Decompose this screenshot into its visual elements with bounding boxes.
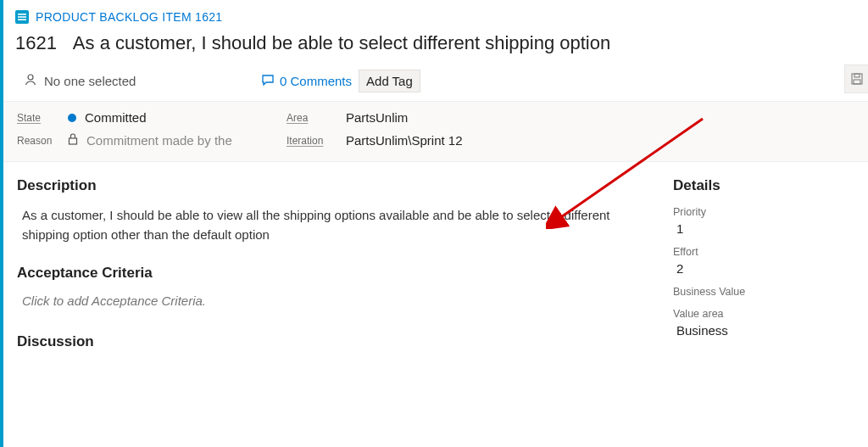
effort-field[interactable]: Effort 2 — [673, 246, 851, 276]
details-heading: Details — [673, 177, 851, 194]
work-item-type-header: PRODUCT BACKLOG ITEM 1621 — [0, 0, 868, 27]
description-text[interactable]: As a customer, I should be able to view … — [22, 206, 639, 244]
comments-link[interactable]: 0 Comments — [261, 73, 352, 89]
svg-rect-2 — [18, 16, 26, 18]
iteration-value: PartsUnlim\Sprint 12 — [346, 133, 463, 148]
priority-label: Priority — [673, 206, 851, 218]
work-item-title[interactable]: As a customer, I should be able to selec… — [73, 32, 610, 53]
state-value: Committed — [85, 110, 147, 125]
effort-label: Effort — [673, 246, 851, 258]
fields-row: State Committed Reason Commitment made b… — [0, 101, 868, 162]
svg-rect-7 — [854, 80, 860, 84]
area-value: PartsUnlim — [346, 110, 408, 125]
save-icon — [850, 72, 864, 86]
backlog-item-icon — [15, 10, 29, 24]
assignee-text: No one selected — [44, 74, 136, 88]
acceptance-placeholder[interactable]: Click to add Acceptance Criteria. — [22, 293, 639, 308]
iteration-field[interactable]: Iteration PartsUnlim\Sprint 12 — [287, 133, 463, 148]
svg-rect-3 — [18, 19, 26, 20]
area-field[interactable]: Area PartsUnlim — [287, 110, 463, 125]
person-icon — [24, 73, 37, 89]
value-area-value: Business — [673, 323, 851, 338]
work-item-type-label: PRODUCT BACKLOG ITEM 1621 — [36, 10, 222, 24]
save-button[interactable] — [844, 64, 868, 93]
state-label: State — [17, 112, 68, 124]
priority-value: 1 — [673, 221, 851, 236]
effort-value: 2 — [673, 261, 851, 276]
reason-field[interactable]: Reason Commitment made by the — [17, 133, 271, 148]
reason-value: Commitment made by the — [86, 133, 232, 148]
work-item-id: 1621 — [15, 32, 57, 53]
state-field[interactable]: State Committed — [17, 110, 271, 125]
svg-point-4 — [28, 75, 33, 80]
comment-icon — [261, 73, 275, 89]
assignee-picker[interactable]: No one selected — [24, 73, 253, 89]
acceptance-heading: Acceptance Criteria — [17, 265, 639, 282]
priority-field[interactable]: Priority 1 — [673, 206, 851, 236]
reason-label: Reason — [17, 135, 68, 147]
svg-rect-1 — [18, 14, 26, 15]
value-area-field[interactable]: Value area Business — [673, 308, 851, 338]
description-heading: Description — [17, 177, 639, 194]
meta-row: No one selected 0 Comments Add Tag — [0, 64, 868, 101]
area-label: Area — [287, 112, 346, 124]
comments-text: 0 Comments — [280, 74, 352, 88]
value-area-label: Value area — [673, 308, 851, 320]
state-dot-icon — [68, 114, 76, 122]
business-value-field[interactable]: Business Value — [673, 286, 851, 298]
lock-icon — [68, 133, 78, 148]
svg-rect-8 — [70, 138, 77, 144]
discussion-heading: Discussion — [17, 333, 639, 350]
svg-rect-6 — [854, 74, 860, 77]
business-value-label: Business Value — [673, 286, 851, 298]
add-tag-button[interactable]: Add Tag — [359, 70, 420, 92]
iteration-label: Iteration — [287, 135, 346, 147]
title-row: 1621 As a customer, I should be able to … — [0, 27, 868, 64]
